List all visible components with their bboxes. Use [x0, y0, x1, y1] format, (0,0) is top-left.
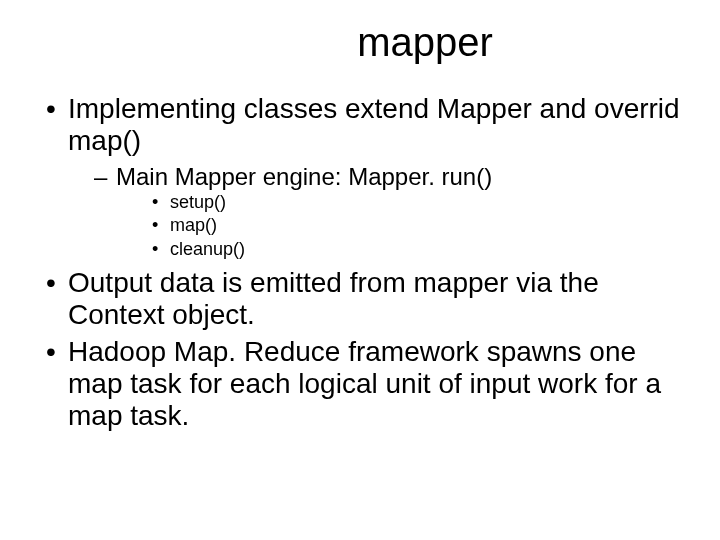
bullet-text: Output data is emitted from mapper via t…: [68, 267, 599, 330]
slide-title: mapper: [170, 20, 680, 65]
bullet-level2: Main Mapper engine: Mapper. run() setup(…: [88, 163, 680, 261]
bullet-text: map(): [170, 215, 217, 235]
slide: mapper Implementing classes extend Mappe…: [0, 0, 720, 540]
bullet-sublist: Main Mapper engine: Mapper. run() setup(…: [88, 163, 680, 261]
bullet-level1: Output data is emitted from mapper via t…: [40, 267, 680, 331]
bullet-list: Implementing classes extend Mapper and o…: [40, 93, 680, 432]
bullet-text: setup(): [170, 192, 226, 212]
bullet-text: Main Mapper engine: Mapper. run(): [116, 163, 492, 190]
bullet-level3: cleanup(): [146, 238, 680, 261]
bullet-text: cleanup(): [170, 239, 245, 259]
bullet-subsublist: setup() map() cleanup(): [146, 191, 680, 261]
bullet-level3: setup(): [146, 191, 680, 214]
bullet-level3: map(): [146, 214, 680, 237]
bullet-text: Hadoop Map. Reduce framework spawns one …: [68, 336, 661, 431]
bullet-level1: Hadoop Map. Reduce framework spawns one …: [40, 336, 680, 433]
bullet-level1: Implementing classes extend Mapper and o…: [40, 93, 680, 261]
bullet-text: Implementing classes extend Mapper and o…: [68, 93, 680, 156]
